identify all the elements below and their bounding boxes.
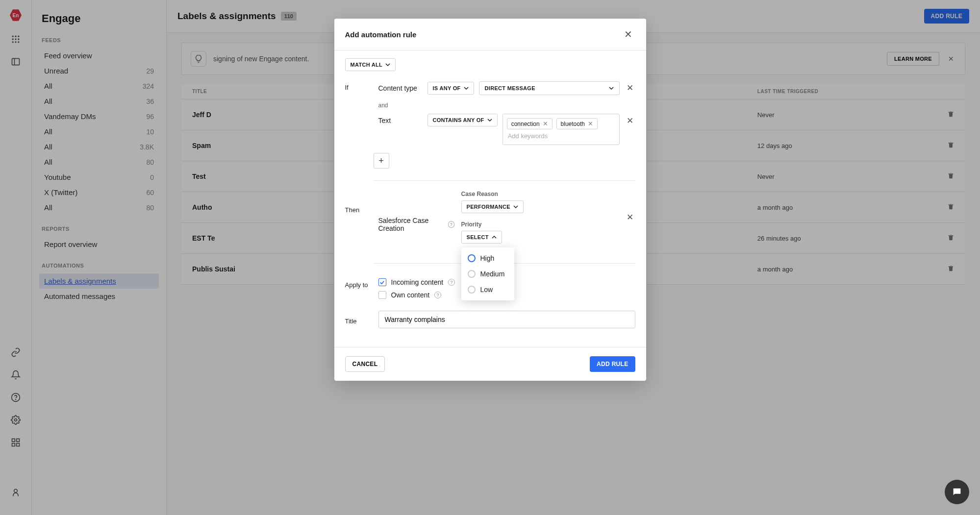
keyword-tag: bluetooth✕ [556,118,598,129]
keyword-tag: connection✕ [507,118,553,129]
then-label: Then [345,191,369,244]
case-reason-label: Case Reason [461,191,618,197]
chevron-down-icon [464,86,469,91]
and-label: and [378,102,635,109]
own-checkbox[interactable] [378,291,386,299]
title-input[interactable] [378,311,635,328]
match-selector[interactable]: MATCH ALL [345,58,396,71]
help-icon[interactable]: ? [448,279,455,286]
chevron-down-icon [487,118,492,123]
chevron-up-icon [492,235,497,240]
is-any-of-selector[interactable]: IS ANY OF [427,82,474,95]
add-keywords-field[interactable] [507,130,580,142]
content-type-value-selector[interactable]: DIRECT MESSAGE [479,81,620,95]
radio-icon [468,270,476,278]
priority-option-high[interactable]: High [461,250,514,266]
modal-title: Add automation rule [345,30,417,39]
help-icon[interactable]: ? [434,292,441,298]
remove-condition-icon[interactable]: ✕ [625,81,635,95]
remove-action-icon[interactable]: ✕ [625,210,635,224]
radio-icon [468,286,476,294]
remove-tag-icon[interactable]: ✕ [543,120,548,127]
add-rule-modal: Add automation rule ✕ MATCH ALL If Conte… [334,19,646,381]
contains-any-of-selector[interactable]: CONTAINS ANY OF [427,114,498,126]
submit-add-rule-button[interactable]: ADD RULE [590,356,635,372]
title-label: Title [345,315,369,325]
if-label: If [345,81,369,152]
cancel-button[interactable]: CANCEL [345,356,385,372]
priority-option-medium[interactable]: Medium [461,266,514,282]
modal-close-icon[interactable]: ✕ [621,27,635,41]
help-icon[interactable]: ? [448,221,454,228]
priority-dropdown: High Medium Low [461,247,514,300]
remove-condition-icon[interactable]: ✕ [625,114,635,128]
text-label: Text [378,114,423,124]
keywords-input[interactable]: connection✕ bluetooth✕ [503,114,620,145]
remove-tag-icon[interactable]: ✕ [588,120,593,127]
apply-to-label: Apply to [345,278,369,299]
priority-option-low[interactable]: Low [461,282,514,297]
modal-overlay: Add automation rule ✕ MATCH ALL If Conte… [0,0,980,515]
radio-icon [468,254,476,262]
own-label: Own content [391,291,430,299]
content-type-label: Content type [378,84,423,92]
add-condition-button[interactable]: + [374,153,389,169]
salesforce-label: Salesforce Case Creation [378,217,446,232]
chevron-down-icon [513,204,518,209]
chevron-down-icon [609,86,614,91]
priority-selector[interactable]: SELECT [461,231,502,244]
priority-label: Priority [461,221,618,228]
case-reason-selector[interactable]: PERFORMANCE [461,200,524,213]
incoming-checkbox[interactable] [378,278,386,286]
chevron-down-icon [385,62,390,67]
chat-fab-icon[interactable] [945,480,969,504]
incoming-label: Incoming content [391,278,444,286]
